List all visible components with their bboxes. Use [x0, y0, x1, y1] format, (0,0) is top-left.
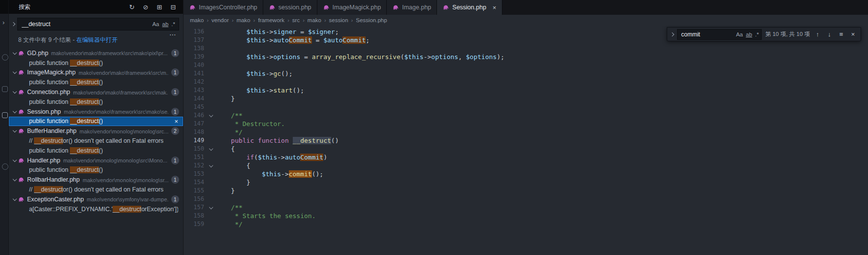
previous-match-icon[interactable]: ↑	[813, 31, 822, 38]
breadcrumb-item[interactable]: mako	[308, 17, 321, 23]
match-row[interactable]: public function __destruct()	[9, 146, 183, 156]
match-row[interactable]: public function __destruct()	[9, 58, 183, 68]
collapse-all-icon[interactable]: ⊟	[169, 3, 177, 11]
code-line[interactable]: 156	[184, 195, 868, 203]
code-line[interactable]: 159 */	[184, 220, 868, 228]
code-line[interactable]: 149 public function __destruct()	[184, 136, 868, 145]
match-text: public function __destruct()	[29, 60, 103, 66]
open-new-search-editor-icon[interactable]: ⊞	[155, 3, 163, 11]
match-row[interactable]: public function __destruct()	[9, 97, 183, 107]
token	[216, 221, 235, 228]
fold-icon[interactable]	[206, 203, 216, 212]
toggle-replace-icon[interactable]	[11, 22, 15, 26]
code-line[interactable]: 150 {	[184, 145, 868, 153]
file-row[interactable]: Handler.phpmako\vendor\monolog\monolog\s…	[9, 156, 183, 165]
breadcrumb-item[interactable]: framework	[258, 17, 284, 23]
match-row[interactable]: public function __destruct()×	[9, 117, 183, 127]
search-input[interactable]	[22, 21, 151, 28]
toggle-replace-icon[interactable]	[670, 32, 674, 36]
fold-icon[interactable]	[206, 111, 216, 120]
find-input[interactable]	[681, 31, 734, 38]
breadcrumb-item[interactable]: session	[329, 17, 348, 23]
file-row[interactable]: ExceptionCaster.phpmako\vendor\symfony\v…	[9, 194, 183, 204]
search-box[interactable]: Aa ab .*	[17, 18, 179, 31]
fold-gutter	[206, 69, 216, 78]
chevron-down-icon	[13, 197, 17, 201]
code-line[interactable]: 151 if($this->autoCommit)	[184, 153, 868, 161]
next-match-icon[interactable]: ↓	[825, 31, 834, 38]
code-line[interactable]: 145	[184, 103, 868, 111]
file-row[interactable]: Connection.phpmako\vendor\mako\framework…	[9, 87, 183, 97]
match-case-icon[interactable]: Aa	[735, 31, 744, 38]
file-row[interactable]: Session.phpmako\vendor\mako\framework\sr…	[9, 107, 183, 117]
code-line[interactable]: 140	[184, 61, 868, 69]
match-row[interactable]: // __destructor() doesn't get called on …	[9, 185, 183, 194]
fold-icon[interactable]	[206, 145, 216, 153]
token	[216, 137, 231, 144]
tab-imagescontroller-php[interactable]: ImagesController.php	[184, 0, 263, 15]
clear-search-results-icon[interactable]: ⊘	[142, 3, 150, 11]
match-case-icon[interactable]: Aa	[151, 21, 160, 28]
regex-icon[interactable]: .*	[170, 21, 177, 28]
chevron-down-icon	[13, 70, 17, 74]
code-line[interactable]: 143 $this->start();	[184, 86, 868, 95]
match-row[interactable]: public function __destruct()	[9, 165, 183, 175]
code-line[interactable]: 139 $this->options = array_replace_recur…	[184, 53, 868, 61]
code-line[interactable]: 144 }	[184, 95, 868, 103]
code-line[interactable]: 148 */	[184, 128, 868, 136]
file-row[interactable]: GD.phpmako\vendor\mako\framework\src\mak…	[9, 48, 183, 58]
code-line[interactable]: 146 /**	[184, 111, 868, 120]
token: gc	[273, 70, 281, 77]
close-icon[interactable]: ×	[493, 4, 496, 11]
code-line[interactable]: 158 * Starts the session.	[184, 212, 868, 220]
line-number: 139	[184, 53, 206, 61]
breadcrumb-item[interactable]: src	[292, 17, 300, 23]
tab-image-php[interactable]: Image.php	[387, 0, 437, 15]
breadcrumb-item[interactable]: mako	[190, 17, 204, 23]
breadcrumb-item[interactable]: vendor	[212, 17, 229, 23]
code-line[interactable]: 147 * Destructor.	[184, 120, 868, 128]
find-in-selection-icon[interactable]: ≡	[837, 31, 845, 38]
code-line[interactable]: 155 }	[184, 187, 868, 195]
code-line[interactable]: 157 /**	[184, 203, 868, 212]
activity-bar-icon[interactable]	[2, 86, 8, 92]
whole-word-icon[interactable]: ab	[744, 31, 754, 38]
match-row[interactable]: public function __destruct()	[9, 77, 183, 87]
regex-icon[interactable]: .*	[754, 31, 761, 38]
breadcrumb: mako›vendor›mako›framework›src›mako›sess…	[184, 15, 868, 26]
file-row[interactable]: ImageMagick.phpmako\vendor\mako\framewor…	[9, 68, 183, 78]
file-row[interactable]: RollbarHandler.phpmako\vendor\monolog\mo…	[9, 175, 183, 185]
activity-bar-icon[interactable]	[2, 112, 8, 118]
tab-session-php[interactable]: Session.php×	[437, 0, 502, 15]
whole-word-icon[interactable]: ab	[161, 21, 170, 28]
open-in-editor-link[interactable]: 在编辑器中打开	[76, 36, 118, 43]
code-line[interactable]: 141 $this->gc();	[184, 69, 868, 78]
breadcrumb-item[interactable]: Session.php	[356, 17, 387, 23]
match-row[interactable]: a[Caster::PREFIX_DYNAMIC.'__destructorEx…	[9, 204, 183, 214]
find-input-box[interactable]: Aa ab .*	[677, 29, 762, 40]
more-actions-icon[interactable]: ⋯	[169, 31, 176, 38]
file-row[interactable]: BufferHandler.phpmako\vendor\monolog\mon…	[9, 126, 183, 136]
code-line[interactable]: 153 $this->commit();	[184, 170, 868, 178]
activity-bar-chevron-icon[interactable]: ›	[2, 19, 4, 26]
code-line[interactable]: 142	[184, 78, 868, 86]
activity-bar-icon[interactable]	[2, 163, 8, 170]
breadcrumb-item[interactable]: mako	[237, 17, 250, 23]
refresh-icon[interactable]: ↻	[128, 3, 136, 11]
close-icon[interactable]: ×	[849, 31, 857, 38]
tab-session-php[interactable]: session.php	[263, 0, 317, 15]
line-number: 155	[184, 187, 206, 195]
code-text: * Destructor.	[216, 120, 868, 128]
code-line[interactable]: 152 {	[184, 161, 868, 170]
dismiss-icon[interactable]: ×	[174, 118, 178, 125]
tab-imagemagick-php[interactable]: ImageMagick.php	[317, 0, 387, 15]
code-line[interactable]: 138	[184, 44, 868, 53]
token: ->	[266, 28, 274, 35]
match-fragment: //	[29, 137, 34, 144]
activity-bar-icon[interactable]	[2, 54, 8, 61]
fold-gutter	[206, 53, 216, 61]
fold-icon[interactable]	[206, 161, 216, 170]
match-row[interactable]: // __destructor() doesn't get called on …	[9, 136, 183, 146]
code-line[interactable]: 154 }	[184, 178, 868, 187]
fold-gutter	[206, 61, 216, 69]
